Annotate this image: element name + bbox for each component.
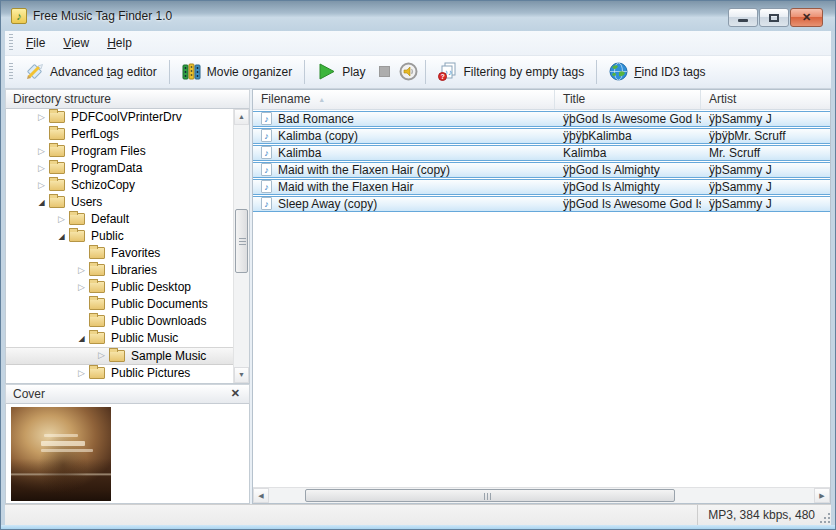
minimize-button[interactable] [728,8,758,27]
menu-view[interactable]: View [54,32,98,54]
directory-tree: ▷ PDFCoolVPrinterDrv ▷ PerfLogs ▷ Progra… [5,109,250,384]
cover-art-text-blur [44,434,78,437]
chevron-right-icon[interactable]: ▷ [74,365,89,382]
cover-art-text-blur [41,441,85,446]
left-panel: Directory structure ▷ PDFCoolVPrinterDrv… [5,89,250,504]
list-row-maid-flaxen[interactable]: ♪Maid with the Flaxen Hair ÿþGod Is Almi… [253,179,830,195]
button-label: Movie organizer [207,65,292,79]
play-button[interactable]: Play [309,58,373,85]
scroll-left-arrow[interactable]: ◀ [253,488,269,503]
tree-item-default[interactable]: ▷ Default [6,211,249,228]
chevron-right-icon[interactable]: ▷ [94,347,109,364]
list-row-kalimba-copy[interactable]: ♪Kalimba (copy) ÿþÿþKalimba ÿþÿþMr. Scru… [253,128,830,144]
chevron-right-icon[interactable]: ▷ [34,177,49,194]
scroll-up-arrow[interactable]: ▲ [234,109,249,125]
movie-organizer-button[interactable]: Movie organizer [174,58,300,85]
folder-icon [89,281,105,293]
button-label: Find ID3 tags [634,65,705,79]
album-cover-art [11,407,111,501]
music-note-icon: ♪ [261,146,272,159]
resize-grip[interactable] [819,512,830,523]
tree-item-libraries[interactable]: ▷ Libraries [6,262,249,279]
folder-icon [89,298,105,310]
tree-item-programdata[interactable]: ▷ ProgramData [6,160,249,177]
button-label: Advanced tag editor [50,65,157,79]
scroll-down-arrow[interactable]: ▼ [234,367,249,383]
speaker-icon [399,62,418,81]
scroll-thumb[interactable] [305,489,675,502]
stop-button[interactable] [373,61,395,83]
chevron-right-icon[interactable]: ▷ [34,160,49,177]
directory-panel-header: Directory structure [5,89,250,109]
folder-icon [49,145,65,157]
list-horizontal-scrollbar[interactable]: ◀ ▶ [253,487,830,503]
tree-item-sample-music[interactable]: ▷ Sample Music [6,347,249,365]
column-header-title[interactable]: Title [555,90,701,109]
cover-panel-header: Cover ✕ [5,384,250,404]
list-row-kalimba[interactable]: ♪Kalimba Kalimba Mr. Scruff [253,145,830,161]
tree-item-public-documents[interactable]: ▷ Public Documents [6,296,249,313]
tree-item-public-downloads[interactable]: ▷ Public Downloads [6,313,249,330]
toolbar-separator [304,60,305,84]
chevron-right-icon[interactable]: ▷ [34,109,49,126]
tree-item-public[interactable]: ◢ Public [6,228,249,245]
cover-art-text-blur [41,449,93,452]
menu-file[interactable]: File [17,32,54,54]
scroll-thumb[interactable] [235,209,248,273]
folder-icon [49,196,65,208]
chevron-right-icon[interactable]: ▷ [34,143,49,160]
tree-item-public-desktop[interactable]: ▷ Public Desktop [6,279,249,296]
menu-help[interactable]: Help [98,32,141,54]
advanced-tag-editor-button[interactable]: Advanced tag editor [17,58,165,85]
status-right-section: MP3, 384 kbps, 480 [697,505,831,525]
toolbar-separator [169,60,170,84]
chevron-expanded-icon[interactable]: ◢ [74,330,89,347]
tree-item-favorites[interactable]: ▷ Favorites [6,245,249,262]
list-row-sleep-away-copy[interactable]: ♪Sleep Away (copy) ÿþGod Is Awesome God … [253,196,830,212]
chevron-expanded-icon[interactable]: ◢ [54,228,69,245]
folder-icon [69,230,85,242]
svg-text:?: ? [441,74,445,81]
chevron-right-icon[interactable]: ▷ [54,211,69,228]
folder-icon [109,350,125,362]
list-row-maid-flaxen-copy[interactable]: ♪Maid with the Flaxen Hair (copy) ÿþGod … [253,162,830,178]
folder-icon [89,247,105,259]
tree-item-program-files[interactable]: ▷ Program Files [6,143,249,160]
window-controls: ✕ [728,8,823,27]
folder-icon [49,179,65,191]
status-bar: MP3, 384 kbps, 480 [5,504,831,525]
button-label: Filtering by empty tags [463,65,584,79]
tree-item-pdfcoolvprinterdrv[interactable]: ▷ PDFCoolVPrinterDrv [6,109,249,126]
main-area: Directory structure ▷ PDFCoolVPrinterDrv… [5,89,831,504]
status-format-info: MP3, 384 kbps, 480 [708,508,815,522]
toolbar-gripper [9,63,13,80]
tree-item-schizocopy[interactable]: ▷ SchizoCopy [6,177,249,194]
tree-item-perflogs[interactable]: ▷ PerfLogs [6,126,249,143]
folder-icon [89,264,105,276]
tree-vertical-scrollbar[interactable]: ▲ ▼ [233,109,249,383]
scroll-right-arrow[interactable]: ▶ [814,488,830,503]
volume-button[interactable] [395,60,421,84]
close-cover-icon[interactable]: ✕ [229,387,242,400]
chevron-expanded-icon[interactable]: ◢ [34,194,49,211]
column-header-filename[interactable]: Filename ▲ [253,90,555,109]
filter-empty-tags-button[interactable]: ♪♪ ? Filtering by empty tags [430,58,592,85]
toolbar: Advanced tag editor Movie organizer Play [5,56,831,89]
chevron-right-icon[interactable]: ▷ [74,262,89,279]
stop-icon [379,66,390,77]
close-button[interactable]: ✕ [790,8,823,27]
list-row-bad-romance[interactable]: ♪Bad Romance ÿþGod Is Awesome God Is ...… [253,111,830,127]
file-list-panel: Filename ▲ Title Artist ♪Bad Romance ÿþG… [252,89,831,504]
column-header-artist[interactable]: Artist [701,90,830,109]
find-id3-tags-button[interactable]: Find ID3 tags [601,58,713,85]
cover-panel-title: Cover [13,387,45,401]
app-window: ♪ Free Music Tag Finder 1.0 ✕ File View … [0,0,836,530]
tree-item-users[interactable]: ◢ Users [6,194,249,211]
maximize-button[interactable] [759,8,789,27]
folder-icon [89,332,105,344]
close-icon: ✕ [802,12,811,23]
chevron-right-icon[interactable]: ▷ [74,279,89,296]
tree-item-public-pictures[interactable]: ▷ Public Pictures [6,365,249,382]
folder-icon [49,111,65,123]
tree-item-public-music[interactable]: ◢ Public Music [6,330,249,347]
